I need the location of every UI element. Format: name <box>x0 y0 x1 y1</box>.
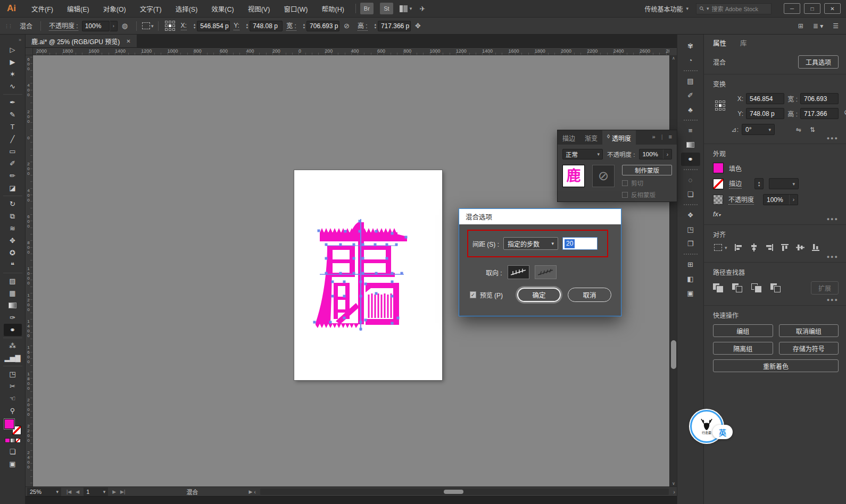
line-tool[interactable]: ╱ <box>4 133 22 145</box>
opacity-field[interactable]: 100%› <box>763 194 798 205</box>
rotate-tool[interactable]: ↻ <box>4 198 22 210</box>
horizontal-scrollbar[interactable] <box>260 489 669 495</box>
selection-tool[interactable]: ▷ <box>4 44 22 56</box>
ok-button[interactable]: 确定 <box>517 288 561 302</box>
toolbar-expand-icon[interactable]: » <box>15 35 25 44</box>
ime-language-badge[interactable]: 英 <box>712 425 733 439</box>
opacity-label[interactable]: 不透明度 <box>728 195 754 205</box>
direct-selection-tool[interactable]: ▶ <box>4 56 22 68</box>
panel-collapse-icon[interactable]: » <box>652 133 656 145</box>
flip-horizontal-icon[interactable]: ⇋ <box>796 126 801 133</box>
tab-gradient[interactable]: 渐变 <box>580 130 602 145</box>
opacity-dropdown-button[interactable]: › <box>789 195 798 205</box>
none-button[interactable] <box>15 438 21 443</box>
save-as-symbol-button[interactable]: 存储为符号 <box>779 342 839 355</box>
scroll-right-icon[interactable]: › <box>673 489 675 495</box>
clip-checkbox[interactable]: 剪切 <box>622 179 672 187</box>
mask-thumbnail[interactable]: ⊘ <box>592 165 615 187</box>
curvature-tool[interactable]: ✎ <box>4 108 22 121</box>
maximize-button[interactable]: □ <box>804 3 820 14</box>
arrange-documents-button[interactable]: ▾ <box>400 5 412 12</box>
puppet-warp-tool[interactable]: ✪ <box>4 247 22 259</box>
next-artboard-button[interactable]: ▶ <box>112 489 116 494</box>
fill-swatch[interactable] <box>4 419 14 429</box>
artboard[interactable] <box>294 170 442 380</box>
vertical-ruler[interactable]: 6004002000200400600800100012001400160018… <box>26 55 33 486</box>
scroll-down-icon[interactable]: ∨ <box>670 481 677 486</box>
artboard-number-select[interactable]: 1▾ <box>84 488 108 496</box>
tab-stroke[interactable]: 描边 <box>558 130 580 145</box>
menu-object[interactable]: 对象(O) <box>96 0 133 17</box>
align-right-icon[interactable] <box>765 243 774 251</box>
screen-mode-icon[interactable]: ▣ <box>4 458 22 470</box>
tab-transparency[interactable]: ◊透明度 <box>602 130 636 145</box>
y-field[interactable]: 748.08 p <box>746 108 784 119</box>
close-button[interactable]: ✕ <box>824 3 841 14</box>
stroke-label[interactable]: 描边 <box>729 179 742 189</box>
asset-export-panel-icon[interactable]: ❐ <box>681 237 700 250</box>
stock-button[interactable]: St <box>380 3 393 14</box>
fill-color-swatch[interactable] <box>713 163 724 173</box>
appearance-panel-icon[interactable]: ◌ <box>681 173 700 187</box>
brushes-panel-icon[interactable]: ✐ <box>681 89 700 102</box>
align-left-icon[interactable] <box>734 243 743 251</box>
style-box-icon[interactable] <box>142 22 150 29</box>
align-panel-icon[interactable]: ⊞ <box>681 258 700 271</box>
last-artboard-button[interactable]: ▶| <box>120 489 125 494</box>
object-thumbnail[interactable]: 鹿 <box>562 165 585 187</box>
transform-panel-icon[interactable]: ▣ <box>681 287 700 300</box>
stroke-panel-icon[interactable]: ≡ <box>681 124 700 137</box>
status-menu-arrow-icon[interactable]: ▶ <box>248 489 252 494</box>
menu-effect[interactable]: 效果(C) <box>204 0 240 17</box>
reference-point-icon[interactable] <box>715 100 725 111</box>
align-vertical-center-icon[interactable] <box>796 243 804 251</box>
preview-checkbox[interactable]: ✓ <box>470 291 476 298</box>
free-transform-tool[interactable]: ✥ <box>4 234 22 247</box>
flip-vertical-icon[interactable]: ⇅ <box>810 126 815 133</box>
color-button[interactable] <box>5 438 10 443</box>
opacity-label[interactable]: 不透明度 : <box>49 21 78 31</box>
recolor-button[interactable]: 重新着色 <box>713 359 839 372</box>
hand-tool[interactable]: ☜ <box>4 392 22 405</box>
align-to-page-button[interactable] <box>508 265 529 279</box>
stepper-icon[interactable]: ▴▾ <box>194 23 195 29</box>
opacity-dropdown-button[interactable]: › <box>110 21 118 31</box>
blend-tool[interactable]: ⚭ <box>4 324 22 336</box>
align-to-selector[interactable]: ▾ <box>713 244 727 251</box>
ungroup-button[interactable]: 取消编组 <box>779 324 839 337</box>
transparency-panel-icon[interactable]: ⚭ <box>681 153 700 166</box>
document-tab[interactable]: 鹿.ai* @ 25% (RGB/GPU 预览) ✕ <box>26 35 137 47</box>
magic-wand-tool[interactable]: ✶ <box>4 68 22 80</box>
pathfinder-exclude-icon[interactable] <box>770 283 782 292</box>
expand-button[interactable]: 扩展 <box>811 281 839 295</box>
shaper-tool[interactable]: ✏ <box>4 170 22 182</box>
more-options-icon[interactable]: ●●● <box>827 136 839 141</box>
symbols-panel-icon[interactable]: ♣ <box>681 103 700 116</box>
align-distribute-icon[interactable]: ≣ ▾ <box>813 22 823 30</box>
pathfinder-panel-icon[interactable]: ◧ <box>681 272 700 285</box>
stroke-color-swatch[interactable] <box>713 179 724 189</box>
minimize-button[interactable]: ─ <box>784 3 800 14</box>
panel-grip-icon[interactable]: ⋮⋮ <box>4 23 12 29</box>
vertical-scrollbar[interactable]: ∧ ∨ <box>669 55 677 486</box>
eyedropper-tool[interactable]: ✑ <box>4 312 22 324</box>
height-field[interactable]: 717.366 p <box>378 21 411 31</box>
more-options-icon[interactable]: ●●● <box>827 254 839 259</box>
align-horizontal-center-icon[interactable] <box>750 243 758 251</box>
height-field[interactable]: 717.366 <box>800 108 839 119</box>
stroke-weight-select[interactable]: ▾ <box>769 178 799 189</box>
opacity-field[interactable]: 100%› <box>639 149 672 159</box>
link-dimensions-icon[interactable]: ⊘ <box>344 22 350 30</box>
align-to-path-button[interactable] <box>535 265 557 279</box>
zoom-tool[interactable]: ⚲ <box>4 405 22 417</box>
arrange-icon[interactable]: ⊞ <box>798 22 803 30</box>
width-field[interactable]: 706.693 p <box>306 21 339 31</box>
y-field[interactable]: 748.08 p <box>250 21 283 31</box>
symbol-sprayer-tool[interactable]: ⁂ <box>4 340 22 352</box>
stepper-icon[interactable]: ▴▾ <box>246 23 248 29</box>
swatches-panel-icon[interactable]: ▤ <box>681 74 700 88</box>
globe-icon[interactable]: ◍ <box>122 22 128 30</box>
align-top-icon[interactable] <box>781 243 789 251</box>
menu-help[interactable]: 帮助(H) <box>315 0 351 17</box>
link-dimensions-icon[interactable]: ⊘ <box>844 108 846 116</box>
